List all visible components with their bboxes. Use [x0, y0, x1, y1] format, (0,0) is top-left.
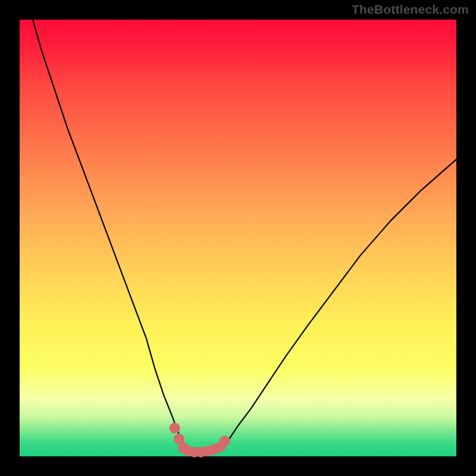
- optimal-zone-markers: [170, 422, 230, 457]
- chart-svg: [20, 20, 456, 456]
- plot-area: [20, 20, 456, 456]
- chart-frame: TheBottleneck.com: [0, 0, 476, 476]
- bottleneck-curve-path: [33, 20, 456, 454]
- bottleneck-curve: [33, 20, 456, 454]
- optimal-marker-dot: [220, 436, 230, 446]
- watermark-label: TheBottleneck.com: [352, 2, 469, 17]
- optimal-marker-dot: [170, 422, 180, 433]
